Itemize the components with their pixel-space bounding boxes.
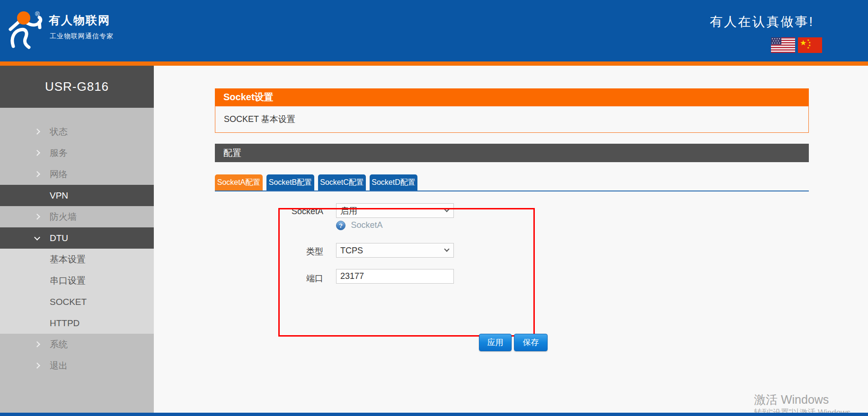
device-name: USR-G816	[0, 66, 154, 108]
page: ® 有人物联网 工业物联网通信专家 有人在认真做事! ★ ★ ★	[0, 0, 868, 416]
config-section-title: 配置	[215, 144, 809, 162]
socketa-enable-label: SocketA	[265, 207, 323, 217]
sidebar-item-label: 串口设置	[50, 270, 86, 291]
sidebar-item-network[interactable]: 网络	[0, 164, 154, 185]
tab-socketd[interactable]: SocketD配置	[370, 174, 417, 191]
sidebar: USR-G816 状态 服务 网络 VPN 防火墙	[0, 66, 154, 416]
sidebar-dtu-submenu: 基本设置 串口设置 SOCKET HTTPD	[0, 249, 154, 334]
sidebar-item-label: 基本设置	[50, 249, 86, 270]
chevron-right-icon	[34, 362, 40, 368]
chevron-right-icon	[34, 128, 40, 134]
sidebar-item-label: 防火墙	[50, 206, 77, 227]
sidebar-item-vpn[interactable]: VPN	[0, 185, 154, 206]
page-subtitle: SOCKET 基本设置	[215, 106, 809, 133]
sidebar-item-socket[interactable]: SOCKET	[0, 291, 154, 312]
logo-title: 有人物联网	[49, 13, 110, 28]
bottom-blue-bar	[0, 413, 868, 416]
chevron-right-icon	[34, 341, 40, 347]
logo-subtitle: 工业物联网通信专家	[50, 32, 114, 41]
port-label: 端口	[265, 273, 323, 284]
type-select[interactable]: TCPS	[336, 243, 454, 258]
sidebar-item-label: VPN	[50, 185, 68, 206]
socket-tabs: SocketA配置 SocketB配置 SocketC配置 SocketD配置	[215, 174, 421, 191]
sidebar-item-label: DTU	[50, 227, 68, 249]
socketa-help-row: ? SocketA	[336, 220, 383, 231]
socketa-enable-select[interactable]: 启用	[336, 203, 454, 218]
chevron-right-icon	[34, 171, 40, 177]
sidebar-item-status[interactable]: 状态	[0, 121, 154, 142]
registered-mark: ®	[35, 10, 40, 17]
chevron-right-icon	[34, 149, 40, 156]
sidebar-item-label: 系统	[50, 334, 68, 355]
port-input[interactable]	[336, 269, 454, 284]
tab-underline	[215, 191, 809, 191]
type-control: TCPS	[336, 243, 454, 258]
activate-windows-watermark: 激活 Windows	[754, 392, 829, 407]
sidebar-item-dtu[interactable]: DTU	[0, 227, 154, 249]
tab-socketc[interactable]: SocketC配置	[318, 174, 366, 191]
chevron-right-icon	[34, 213, 40, 219]
sidebar-item-system[interactable]: 系统	[0, 334, 154, 355]
header-accent-stripe	[0, 61, 868, 66]
sidebar-item-httpd[interactable]: HTTPD	[0, 312, 154, 334]
sidebar-item-label: SOCKET	[50, 291, 87, 312]
tab-socketb[interactable]: SocketB配置	[266, 174, 314, 191]
sidebar-item-label: 状态	[50, 121, 68, 142]
page-title: Socket设置	[215, 88, 809, 106]
sidebar-item-label: 服务	[50, 142, 68, 164]
tab-socketa[interactable]: SocketA配置	[215, 174, 263, 191]
sidebar-item-service[interactable]: 服务	[0, 142, 154, 164]
socketa-help-text: SocketA	[351, 220, 382, 230]
top-header: ® 有人物联网 工业物联网通信专家 有人在认真做事! ★ ★ ★	[0, 0, 868, 61]
type-label: 类型	[265, 246, 323, 257]
socketa-enable-control: 启用	[336, 203, 454, 218]
sidebar-item-label: 网络	[50, 164, 68, 185]
sidebar-item-label: 退出	[50, 355, 68, 376]
save-button[interactable]: 保存	[514, 334, 548, 351]
usr-logo-icon: ®	[4, 1, 51, 50]
china-flag-icon[interactable]: ★ ★ ★ ★ ★	[798, 37, 822, 53]
sidebar-item-serial-settings[interactable]: 串口设置	[0, 270, 154, 291]
sidebar-item-logout[interactable]: 退出	[0, 355, 154, 376]
us-flag-icon[interactable]	[771, 37, 795, 53]
sidebar-menu: 状态 服务 网络 VPN 防火墙 DTU	[0, 108, 154, 376]
sidebar-item-basic-settings[interactable]: 基本设置	[0, 249, 154, 270]
help-icon[interactable]: ?	[336, 221, 345, 230]
svg-text:★: ★	[800, 39, 806, 47]
sidebar-item-label: HTTPD	[50, 312, 80, 334]
svg-text:★: ★	[807, 46, 809, 49]
header-slogan: 有人在认真做事!	[709, 13, 814, 30]
port-control	[336, 269, 454, 284]
sidebar-item-firewall[interactable]: 防火墙	[0, 206, 154, 227]
apply-button[interactable]: 应用	[479, 334, 512, 351]
chevron-down-icon	[34, 234, 40, 240]
